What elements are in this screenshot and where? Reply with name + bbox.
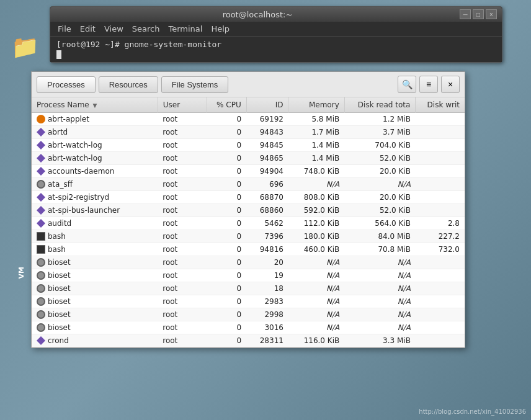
process-user-cell: root [158, 321, 207, 334]
process-diskwrite-cell [416, 178, 465, 191]
table-row[interactable]: at-spi2-registryd root 0 68870 808.0 KiB… [32, 191, 465, 204]
process-diskread-cell: 84.0 MiB [344, 230, 416, 243]
tab-resources[interactable]: Resources [99, 76, 158, 93]
process-diskwrite-cell [416, 191, 465, 204]
process-diskread-cell: N/A [344, 321, 416, 334]
table-row[interactable]: bash root 0 94816 460.0 KiB 70.8 MiB 732… [32, 243, 465, 256]
process-cpu-cell: 0 [207, 165, 246, 178]
process-name-cell: bioset [32, 269, 158, 282]
process-cpu-cell: 0 [207, 269, 246, 282]
process-id-cell: 3016 [246, 321, 288, 334]
close-button[interactable]: × [486, 9, 497, 19]
process-diskread-cell: N/A [344, 295, 416, 308]
tab-filesystems[interactable]: File Systems [161, 76, 228, 93]
process-table: Process Name ▼ User % CPU ID Memory Disk… [32, 97, 465, 347]
process-name-cell: at-spi-bus-launcher [32, 204, 158, 217]
menu-edit[interactable]: Edit [76, 23, 99, 35]
menu-search[interactable]: Search [128, 23, 164, 35]
table-row[interactable]: bioset root 0 20 N/A N/A [32, 256, 465, 269]
col-header-cpu[interactable]: % CPU [207, 97, 246, 113]
minimize-button[interactable]: ─ [460, 9, 471, 19]
table-row[interactable]: ata_sff root 0 696 N/A N/A [32, 178, 465, 191]
process-diskread-cell: 3.3 MiB [344, 334, 416, 347]
process-user-cell: root [158, 308, 207, 321]
process-user-cell: root [158, 178, 207, 191]
process-user-cell: root [158, 269, 207, 282]
search-button[interactable]: 🔍 [398, 76, 416, 93]
table-row[interactable]: abrt-watch-log root 0 94865 1.4 MiB 52.0… [32, 152, 465, 165]
process-user-cell: root [158, 152, 207, 165]
process-name-cell: crond [32, 334, 158, 347]
process-cpu-cell: 0 [207, 321, 246, 334]
process-name-cell: ata_sff [32, 178, 158, 191]
tab-processes[interactable]: Processes [37, 76, 96, 93]
process-table-container: Process Name ▼ User % CPU ID Memory Disk… [32, 97, 465, 347]
process-id-cell: 18 [246, 282, 288, 295]
table-row[interactable]: bioset root 0 18 N/A N/A [32, 282, 465, 295]
process-diskread-cell: 564.0 KiB [344, 217, 416, 230]
process-memory-cell: 180.0 KiB [288, 230, 344, 243]
process-diskwrite-cell [416, 256, 465, 269]
process-user-cell: root [158, 113, 207, 126]
maximize-button[interactable]: □ [473, 9, 484, 19]
menu-terminal[interactable]: Terminal [164, 23, 206, 35]
table-row[interactable]: abrtd root 0 94843 1.7 MiB 3.7 MiB [32, 126, 465, 139]
table-row[interactable]: bioset root 0 2998 N/A N/A [32, 308, 465, 321]
process-memory-cell: N/A [288, 256, 344, 269]
process-cpu-cell: 0 [207, 139, 246, 152]
col-header-name[interactable]: Process Name ▼ [32, 97, 158, 113]
menu-button[interactable]: ≡ [419, 76, 438, 93]
process-cpu-cell: 0 [207, 308, 246, 321]
table-row[interactable]: abrt-watch-log root 0 94845 1.4 MiB 704.… [32, 139, 465, 152]
terminal-titlebar: root@localhost:~ ─ □ × [50, 7, 502, 22]
process-memory-cell: 1.7 MiB [288, 126, 344, 139]
table-row[interactable]: crond root 0 28311 116.0 KiB 3.3 MiB [32, 334, 465, 347]
process-diskwrite-cell [416, 165, 465, 178]
process-diskread-cell: 20.0 KiB [344, 165, 416, 178]
process-user-cell: root [158, 139, 207, 152]
process-diskwrite-cell [416, 308, 465, 321]
process-user-cell: root [158, 126, 207, 139]
process-cpu-cell: 0 [207, 217, 246, 230]
terminal-window: root@localhost:~ ─ □ × File Edit View Se… [50, 6, 502, 63]
table-row[interactable]: bioset root 0 2983 N/A N/A [32, 295, 465, 308]
vm-label: VM [17, 267, 25, 279]
col-header-disk-read[interactable]: Disk read tota [344, 97, 416, 113]
process-diskread-cell: 52.0 KiB [344, 152, 416, 165]
process-id-cell: 5462 [246, 217, 288, 230]
col-header-memory[interactable]: Memory [288, 97, 344, 113]
menu-file[interactable]: File [54, 23, 75, 35]
process-diskwrite-cell: 732.0 [416, 243, 465, 256]
table-row[interactable]: bioset root 0 3016 N/A N/A [32, 321, 465, 334]
process-name-cell: bioset [32, 256, 158, 269]
process-diskwrite-cell: 2.8 [416, 217, 465, 230]
close-sysmon-button[interactable]: × [441, 76, 460, 93]
process-name-cell: bioset [32, 308, 158, 321]
process-user-cell: root [158, 282, 207, 295]
process-memory-cell: N/A [288, 269, 344, 282]
table-row[interactable]: bioset root 0 19 N/A N/A [32, 269, 465, 282]
process-id-cell: 94845 [246, 139, 288, 152]
table-row[interactable]: bash root 0 7396 180.0 KiB 84.0 MiB 227.… [32, 230, 465, 243]
menu-help[interactable]: Help [207, 23, 233, 35]
process-name-cell: abrt-watch-log [32, 139, 158, 152]
terminal-command-line: [root@192 ~]# gnome-system-monitor [56, 40, 496, 49]
terminal-cursor [56, 50, 61, 59]
col-header-disk-write[interactable]: Disk writ [416, 97, 465, 113]
col-header-id[interactable]: ID [246, 97, 288, 113]
menu-view[interactable]: View [100, 23, 127, 35]
col-header-user[interactable]: User [158, 97, 207, 113]
process-id-cell: 94904 [246, 165, 288, 178]
table-row[interactable]: accounts-daemon root 0 94904 748.0 KiB 2… [32, 165, 465, 178]
table-row[interactable]: auditd root 0 5462 112.0 KiB 564.0 KiB 2… [32, 217, 465, 230]
process-memory-cell: 460.0 KiB [288, 243, 344, 256]
process-id-cell: 20 [246, 256, 288, 269]
process-memory-cell: 112.0 KiB [288, 217, 344, 230]
process-cpu-cell: 0 [207, 152, 246, 165]
process-name-cell: accounts-daemon [32, 165, 158, 178]
process-name-cell: bioset [32, 321, 158, 334]
process-name-cell: auditd [32, 217, 158, 230]
table-row[interactable]: abrt-applet root 0 69192 5.8 MiB 1.2 MiB [32, 113, 465, 126]
process-user-cell: root [158, 334, 207, 347]
table-row[interactable]: at-spi-bus-launcher root 0 68860 592.0 K… [32, 204, 465, 217]
